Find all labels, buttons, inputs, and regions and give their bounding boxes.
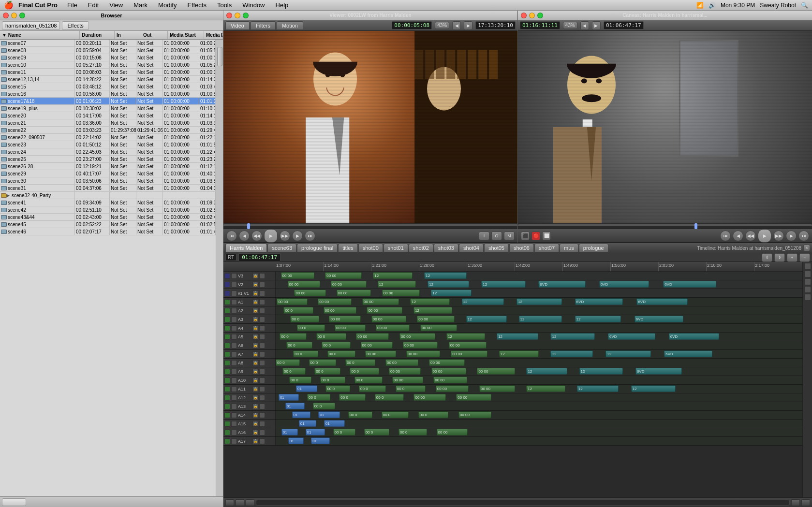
project-name[interactable]: harrismalden_051208	[2, 21, 60, 30]
track-visibility-btn[interactable]	[224, 351, 230, 357]
timeline-scroll-bar[interactable]	[256, 500, 790, 506]
track-clip[interactable]: 00 0	[286, 342, 312, 348]
track-clip[interactable]: 12	[428, 281, 469, 288]
file-row[interactable]: scene26-28 00:12:19:21 Not Set Not Set 0…	[0, 163, 216, 170]
ctrl-mark-out[interactable]: O	[491, 232, 502, 240]
file-row[interactable]: scene10 00:05:27:10 Not Set Not Set 01:0…	[0, 61, 216, 69]
col-in[interactable]: In	[115, 31, 141, 39]
track-lock-btn[interactable]: 🔒	[252, 404, 258, 409]
track-clip[interactable]: 00 00	[376, 324, 410, 331]
track-mute-btn[interactable]	[259, 351, 265, 357]
track-clip[interactable]: 00 0	[289, 377, 311, 383]
timeline-tab-scene63[interactable]: scene63	[267, 244, 296, 252]
track-lock-btn[interactable]: 🔒	[252, 325, 258, 331]
track-content[interactable]: 0101	[276, 437, 802, 445]
track-mute-btn[interactable]	[259, 282, 265, 288]
track-clip[interactable]: 00 00	[385, 359, 418, 366]
track-clip[interactable]: 6VD	[635, 316, 684, 322]
canvas-ctrl-3[interactable]: ⬜	[542, 232, 551, 240]
track-mute-btn[interactable]	[259, 369, 265, 375]
track-clip[interactable]: 00 00	[456, 394, 491, 401]
track-clip[interactable]: 00 00	[403, 342, 438, 348]
track-visibility-btn[interactable]	[224, 430, 230, 435]
track-audio-btn[interactable]	[231, 377, 237, 383]
menu-window[interactable]: Window	[240, 0, 266, 10]
track-clip[interactable]: 12	[431, 290, 472, 296]
file-row[interactable]: scene30 00:03:50:06 Not Set Not Set 01:0…	[0, 177, 216, 185]
track-clip[interactable]: 00 0	[297, 324, 325, 331]
ctrl-play-reverse[interactable]: ◀◀	[251, 231, 262, 241]
file-row[interactable]: scene15 00:03:48:12 Not Set Not Set 01:0…	[0, 83, 216, 90]
track-visibility-btn[interactable]	[224, 334, 230, 340]
side-ctrl-2[interactable]	[804, 271, 811, 277]
track-lock-btn[interactable]: 🔒	[252, 421, 258, 427]
track-clip[interactable]: 00 0	[364, 429, 390, 435]
track-clip[interactable]: 00 0	[309, 359, 336, 366]
canvas-next[interactable]: ▶	[786, 231, 797, 241]
track-audio-btn[interactable]	[231, 369, 237, 375]
file-row[interactable]: scene25 00:23:27:00 Not Set Not Set 01:0…	[0, 156, 216, 163]
track-audio-btn[interactable]	[231, 412, 237, 418]
track-clip[interactable]: 00 00	[417, 316, 455, 322]
viewer-left-min[interactable]	[235, 13, 240, 18]
track-audio-btn[interactable]	[231, 334, 237, 340]
track-clip[interactable]: 12	[481, 281, 526, 288]
track-content[interactable]: 0100 000 000 000 0000 00	[276, 393, 802, 402]
viewer-right-zoom[interactable]	[537, 13, 543, 18]
track-clip[interactable]: 6VD	[636, 298, 688, 305]
track-visibility-btn[interactable]	[224, 290, 230, 296]
track-visibility-btn[interactable]	[224, 299, 230, 305]
canvas-end[interactable]: ⏭	[798, 231, 809, 241]
track-clip[interactable]: 00 00	[413, 394, 445, 401]
track-clip[interactable]: 00 00	[365, 350, 396, 357]
ctrl-play[interactable]: ▶	[264, 229, 278, 243]
track-clip[interactable]: 00 00	[294, 290, 326, 296]
track-mute-btn[interactable]	[259, 325, 265, 331]
timeline-tab-shot06[interactable]: shot06	[509, 244, 534, 252]
track-content[interactable]: 00 000 000 000 0000 00	[276, 376, 802, 384]
file-row[interactable]: scene22 00:03:03:23 01:29:37:08 01:29:41…	[0, 127, 216, 134]
viewer-left-btn1[interactable]: ◀	[452, 21, 461, 30]
track-clip[interactable]: 00 00	[436, 385, 469, 392]
track-clip[interactable]: 00 00	[335, 324, 366, 331]
tl-bottom-btn-5[interactable]	[801, 499, 810, 506]
track-clip[interactable]: 00 00	[392, 377, 423, 383]
track-clip[interactable]: 12	[424, 272, 467, 279]
track-content[interactable]: 00 000 0000 0000 001212126VD	[276, 315, 802, 323]
ctrl-play-forward[interactable]: ▶▶	[280, 231, 290, 241]
file-row[interactable]: scene42 00:02:51:10 Not Set Not Set 01:0…	[0, 206, 216, 214]
track-clip[interactable]: 00 00	[281, 272, 315, 279]
track-mute-btn[interactable]	[259, 317, 265, 322]
track-clip[interactable]: 12	[577, 385, 619, 392]
scrollbar-thumb[interactable]	[217, 47, 222, 66]
track-clip[interactable]: 01	[296, 385, 317, 392]
track-clip[interactable]: 00 0	[396, 385, 426, 392]
file-row[interactable]: scene19_plus 00:10:30:02 Not Set Not Set…	[0, 105, 216, 112]
close-button[interactable]	[3, 13, 9, 18]
track-visibility-btn[interactable]	[224, 404, 230, 409]
timeline-tab-shot02[interactable]: shot02	[409, 244, 433, 252]
viewer-right-btn1[interactable]: ◀	[580, 21, 589, 30]
track-clip[interactable]: 00 00	[458, 411, 491, 418]
track-clip[interactable]: 00 00	[325, 272, 362, 279]
track-clip[interactable]: 12	[631, 385, 676, 392]
file-row[interactable]: scene08 00:05:59:04 Not Set Not Set 01:0…	[0, 47, 216, 54]
track-clip[interactable]: 01	[292, 411, 311, 418]
track-clip[interactable]: 00 0	[290, 316, 319, 322]
track-clip[interactable]: 00 00	[389, 368, 421, 375]
track-clip[interactable]: 01	[279, 394, 299, 401]
viewer-right-min[interactable]	[529, 13, 535, 18]
track-clip[interactable]: 00 00	[420, 324, 457, 331]
track-lock-btn[interactable]: 🔒	[252, 308, 258, 314]
track-mute-btn[interactable]	[259, 412, 265, 418]
track-audio-btn[interactable]	[231, 351, 237, 357]
track-clip[interactable]: 01	[299, 420, 317, 427]
track-clip[interactable]: 12	[526, 385, 565, 392]
track-clip[interactable]: 00 0	[327, 350, 355, 357]
track-lock-btn[interactable]: 🔒	[252, 299, 258, 305]
track-clip[interactable]: 12	[517, 298, 562, 305]
viewer-right-scrubber[interactable]	[518, 223, 812, 229]
track-lock-btn[interactable]: 🔒	[252, 412, 258, 418]
tab-video[interactable]: Video	[225, 21, 250, 30]
track-lock-btn[interactable]: 🔒	[252, 282, 258, 288]
